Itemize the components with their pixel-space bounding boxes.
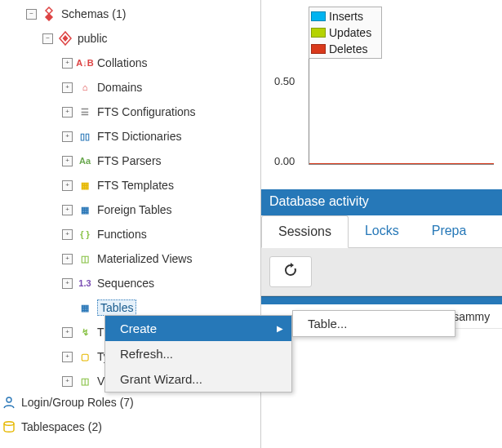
roles-icon <box>2 395 16 410</box>
tree-node-fts_parsers[interactable]: AaFTS Parsers <box>0 149 260 173</box>
expand-icon[interactable] <box>62 107 73 118</box>
tree-label: Login/Group Roles (7) <box>21 396 134 409</box>
expand-icon[interactable] <box>62 229 73 240</box>
activity-tabs: Sessions Locks Prepa <box>261 215 502 248</box>
expand-icon[interactable] <box>62 205 73 215</box>
tree-label: Schemas (1) <box>61 7 126 20</box>
refresh-icon <box>282 262 299 282</box>
menu-item-refresh[interactable]: Refresh... <box>105 341 291 366</box>
collapse-icon[interactable] <box>42 33 53 44</box>
tree-node-tablespaces[interactable]: Tablespaces (2) <box>0 415 134 439</box>
y-tick-label: 0.50 <box>274 75 295 87</box>
tree-node-domains[interactable]: ⌂Domains <box>0 75 260 100</box>
expand-icon[interactable] <box>62 180 73 191</box>
menu-item-create-table[interactable]: Table... <box>293 311 455 336</box>
fts_templates-icon: ▦ <box>78 178 92 193</box>
menu-item-create[interactable]: Create <box>105 316 291 341</box>
legend-item: Deletes <box>311 41 380 57</box>
fts_parsers-icon: Aa <box>78 153 92 168</box>
tree-label: FTS Parsers <box>97 154 162 167</box>
tree-label: FTS Dictionaries <box>97 130 181 143</box>
refresh-button[interactable] <box>269 256 312 287</box>
legend-item: Updates <box>311 24 380 41</box>
legend-swatch <box>311 44 326 54</box>
expand-icon[interactable] <box>62 376 73 387</box>
panel-title: Database activity <box>261 189 502 215</box>
grid-header <box>261 296 502 304</box>
expand-icon[interactable] <box>62 82 73 93</box>
chart-legend: Inserts Updates Deletes <box>309 7 382 59</box>
sequences-icon: 1.3 <box>78 276 92 291</box>
tab-locks[interactable]: Locks <box>349 215 415 247</box>
materialized_views-icon: ◫ <box>78 251 92 266</box>
tree-label: Tablespaces (2) <box>21 420 102 433</box>
tree-label: Functions <box>97 228 147 241</box>
collations-icon: A↓B <box>78 55 92 70</box>
tab-prepared[interactable]: Prepa <box>415 215 483 247</box>
svg-point-1 <box>4 422 14 425</box>
tab-sessions[interactable]: Sessions <box>261 215 349 248</box>
tree-node-sequences[interactable]: 1.3Sequences <box>0 271 260 295</box>
expand-icon[interactable] <box>62 352 73 362</box>
expand-icon[interactable] <box>62 131 73 142</box>
tree-label: Foreign Tables <box>97 203 172 216</box>
expand-icon[interactable] <box>62 278 73 289</box>
tree-node-fts_templates[interactable]: ▦FTS Templates <box>0 173 260 197</box>
tree-label: Domains <box>97 81 142 94</box>
activity-toolbar <box>261 248 502 296</box>
schemas-icon <box>42 7 56 21</box>
tables-icon: ▦ <box>78 300 92 315</box>
types-icon: ▢ <box>78 349 92 364</box>
functions-icon: { } <box>78 227 92 242</box>
legend-label: Inserts <box>329 10 363 23</box>
expand-icon[interactable] <box>62 58 73 69</box>
tree-label: Sequences <box>97 277 154 290</box>
chart-tuples: 0.50 0.00 Inserts Updates Deletes <box>261 0 502 180</box>
tree-bottom: Login/Group Roles (7) Tablespaces (2) <box>0 390 134 439</box>
legend-swatch <box>311 11 326 21</box>
expand-icon[interactable] <box>62 156 73 166</box>
menu-item-grant-wizard[interactable]: Grant Wizard... <box>105 366 291 392</box>
tree-label: Collations <box>97 56 147 69</box>
tree-node-login-roles[interactable]: Login/Group Roles (7) <box>0 390 134 415</box>
context-submenu: Table... <box>292 310 455 337</box>
expand-icon[interactable] <box>62 327 73 338</box>
dashboard-pane: 0.50 0.00 Inserts Updates Deletes Databa… <box>261 0 502 448</box>
tree-node-materialized_views[interactable]: ◫Materialized Views <box>0 246 260 271</box>
expand-icon[interactable] <box>62 254 73 264</box>
domains-icon: ⌂ <box>78 80 92 95</box>
tree-node-foreign_tables[interactable]: ▦Foreign Tables <box>0 197 260 222</box>
tree-node-collations[interactable]: A↓BCollations <box>0 51 260 75</box>
context-menu: Create Refresh... Grant Wizard... <box>104 315 292 393</box>
foreign_tables-icon: ▦ <box>78 202 92 217</box>
tree-node-fts_configurations[interactable]: ☰FTS Configurations <box>0 100 260 124</box>
tree-node-functions[interactable]: { }Functions <box>0 222 260 246</box>
fts_dictionaries-icon: ▯▯ <box>78 129 92 144</box>
tree-node-fts_dictionaries[interactable]: ▯▯FTS Dictionaries <box>0 124 260 149</box>
legend-label: Updates <box>329 26 371 39</box>
fts_configurations-icon: ☰ <box>78 104 92 119</box>
trigger_functions-icon: ↯ <box>78 325 92 339</box>
legend-item: Inserts <box>311 8 380 24</box>
tree-label: Materialized Views <box>97 252 192 265</box>
tree-label: FTS Templates <box>97 179 174 192</box>
tree-node-schemas[interactable]: Schemas (1) <box>0 2 260 26</box>
tree-label: public <box>78 32 108 45</box>
legend-label: Deletes <box>329 42 367 55</box>
tree-label: FTS Configurations <box>97 105 196 118</box>
legend-swatch <box>311 28 326 38</box>
tablespaces-icon <box>2 419 16 434</box>
tree-node-public[interactable]: public <box>0 26 260 51</box>
svg-point-0 <box>7 397 11 402</box>
schema-icon <box>58 31 73 46</box>
tree-label: Tables <box>97 299 136 316</box>
views-icon: ◫ <box>78 374 92 388</box>
y-tick-label: 0.00 <box>274 155 295 167</box>
collapse-icon[interactable] <box>26 9 37 20</box>
